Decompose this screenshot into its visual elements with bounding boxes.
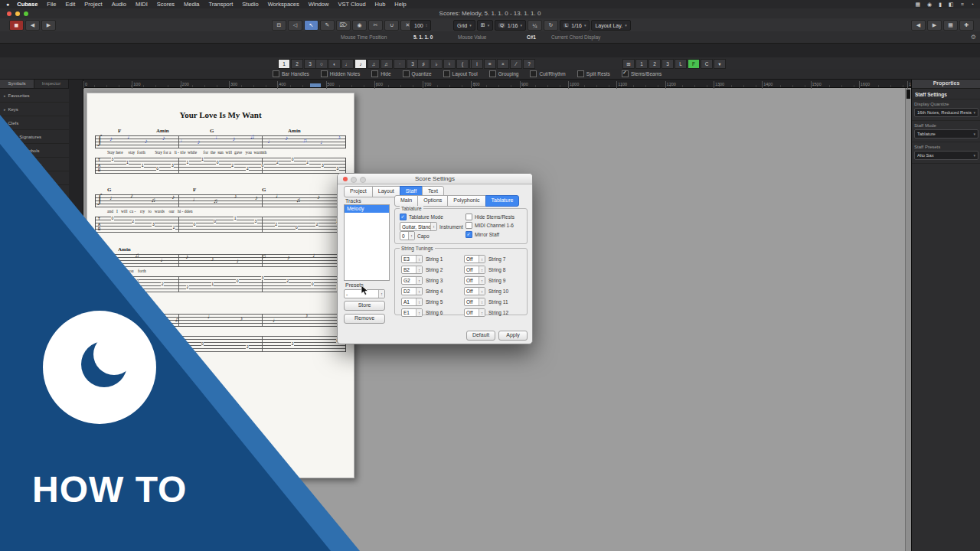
menu-scores[interactable]: Scores: [152, 1, 179, 8]
function-button-4[interactable]: ?: [523, 59, 535, 69]
tab-number[interactable]: 0: [156, 167, 159, 171]
checkbox[interactable]: [622, 70, 629, 77]
filter-hidden-notes[interactable]: Hidden Notes: [321, 70, 360, 77]
tab-number[interactable]: 3: [111, 158, 114, 161]
quantize-select[interactable]: Q1/16▾: [495, 20, 526, 31]
tab-number[interactable]: 2: [132, 220, 135, 223]
note-glyph[interactable]: ♩: [312, 253, 318, 259]
tab-number[interactable]: 1: [186, 161, 189, 165]
tab-number[interactable]: 0: [201, 342, 204, 346]
tablature-mode-row[interactable]: Tablature Mode: [400, 214, 443, 220]
scroll-left-button[interactable]: ◀: [911, 20, 926, 31]
dialog-subtab-options[interactable]: Options: [417, 195, 448, 207]
tab-number[interactable]: 2: [306, 161, 309, 165]
note-glyph[interactable]: ♪: [234, 194, 237, 200]
tab-number[interactable]: 0: [296, 226, 299, 230]
menu-edit[interactable]: Edit: [60, 1, 80, 8]
tab-number[interactable]: 2: [231, 164, 234, 168]
note-glyph[interactable]: ♪: [285, 135, 288, 142]
filter-stems-beams[interactable]: Stems/Beams: [622, 70, 662, 77]
checkbox[interactable]: [371, 70, 378, 77]
tuning-select[interactable]: Off↕: [464, 266, 485, 274]
filter-quantize[interactable]: Quantize: [403, 70, 432, 77]
note-glyph[interactable]: ♩: [276, 193, 282, 199]
note-glyph[interactable]: ♪: [305, 313, 308, 319]
tab-number[interactable]: 2: [246, 345, 249, 349]
accidental-button-2[interactable]: ♮: [443, 59, 456, 69]
apple-menu-icon[interactable]: ●: [6, 2, 9, 7]
note-glyph[interactable]: ♩: [267, 139, 273, 145]
tab-number[interactable]: 2: [186, 285, 189, 289]
tab-number[interactable]: 1: [211, 282, 214, 286]
tuning-select[interactable]: Off↕: [464, 298, 485, 306]
note-glyph[interactable]: ♩: [180, 138, 186, 144]
note-glyph[interactable]: ♩: [320, 139, 326, 145]
tuning-select[interactable]: Off↕: [464, 276, 485, 285]
dialog-tab-project[interactable]: Project: [344, 186, 373, 197]
tab-number[interactable]: 3: [261, 276, 264, 280]
note-glyph[interactable]: ♫: [135, 253, 139, 259]
store-button[interactable]: Store: [344, 301, 385, 311]
note-glyph[interactable]: ♫: [151, 197, 155, 204]
property-select[interactable]: Tablature▾: [914, 129, 978, 139]
note-glyph[interactable]: ♪: [338, 135, 341, 141]
note-glyph[interactable]: ♪: [109, 136, 113, 142]
tab-number[interactable]: 0: [261, 164, 264, 168]
tab-number[interactable]: 2: [291, 342, 294, 346]
menu-app[interactable]: Cubase: [12, 1, 42, 8]
filter-bar-handles[interactable]: Bar Handles: [273, 70, 309, 77]
tab-number[interactable]: 0: [111, 217, 114, 220]
layer-button-6[interactable]: C: [701, 59, 713, 69]
tab-number[interactable]: 3: [254, 220, 257, 223]
tuning-select[interactable]: E3↕: [401, 255, 423, 263]
tab-number[interactable]: 2: [315, 223, 318, 227]
note-glyph[interactable]: ♫: [175, 317, 179, 323]
tab-number[interactable]: 1: [201, 158, 204, 161]
menu-window[interactable]: Window: [304, 1, 334, 8]
note-glyph[interactable]: ♩: [127, 134, 133, 140]
dialog-subtab-polyphonic[interactable]: Polyphonic: [447, 195, 485, 207]
menu-workspaces[interactable]: Workspaces: [263, 1, 304, 8]
ruler[interactable]: 0100200300400500600700800900100011001200…: [83, 79, 911, 88]
note-glyph[interactable]: ♩: [237, 258, 243, 264]
displays-icon[interactable]: ▦: [915, 2, 920, 8]
grid-type-select[interactable]: Grid▾: [453, 20, 475, 31]
checkbox[interactable]: [443, 70, 450, 77]
layer-button-5[interactable]: F: [688, 59, 700, 69]
tuning-select[interactable]: G2↕: [401, 276, 423, 285]
filter-cut-rhythm[interactable]: Cut/Rhythm: [530, 70, 565, 77]
note-glyph[interactable]: ♪: [287, 255, 290, 261]
tab-number[interactable]: 1: [234, 217, 237, 220]
sidebar-section-favourites[interactable]: ▸Favourites: [0, 89, 69, 103]
acoustic-feedback-button[interactable]: ◁: [288, 20, 302, 31]
instrument-select[interactable]: Guitar, Stand.↕: [400, 222, 437, 231]
checkbox[interactable]: [489, 70, 496, 77]
midi-channel-checkbox[interactable]: [466, 222, 472, 229]
vertical-scrollbar[interactable]: [905, 87, 911, 551]
quantize-mode-button-0[interactable]: ¼: [528, 20, 542, 31]
midi-channel-row[interactable]: MIDI Channel 1-6: [466, 222, 514, 229]
layer-button-3[interactable]: 3: [662, 59, 674, 69]
menu-project[interactable]: Project: [80, 1, 106, 8]
note-glyph[interactable]: ♪: [255, 195, 258, 201]
activate-project-button[interactable]: ◼: [9, 20, 24, 31]
control-center-icon[interactable]: ≡: [961, 2, 964, 7]
scroll-right-button[interactable]: ▶: [927, 20, 942, 31]
insert-voice-button-2[interactable]: 3: [304, 59, 316, 69]
note-glyph[interactable]: ♫: [302, 138, 307, 144]
hide-stems-checkbox[interactable]: [466, 214, 472, 220]
tuning-select[interactable]: Off↕: [464, 308, 485, 317]
default-button[interactable]: Default: [466, 331, 495, 341]
note-value-button-1[interactable]: ◐: [328, 59, 341, 69]
accidental-button-3[interactable]: (: [456, 59, 469, 69]
note-glyph[interactable]: ♪: [317, 194, 320, 201]
tracks-list[interactable]: Melody: [344, 204, 390, 281]
tab-number[interactable]: 2: [246, 167, 249, 171]
note-glyph[interactable]: ♫: [213, 198, 217, 204]
tab-number[interactable]: 2: [286, 279, 289, 283]
sidebar-section-keys[interactable]: ▸Keys: [0, 103, 69, 116]
menu-audio[interactable]: Audio: [107, 1, 131, 8]
note-glyph[interactable]: ♪: [185, 254, 188, 260]
dialog-titlebar[interactable]: Score Settings: [338, 174, 532, 184]
menu-help[interactable]: Help: [390, 1, 410, 8]
